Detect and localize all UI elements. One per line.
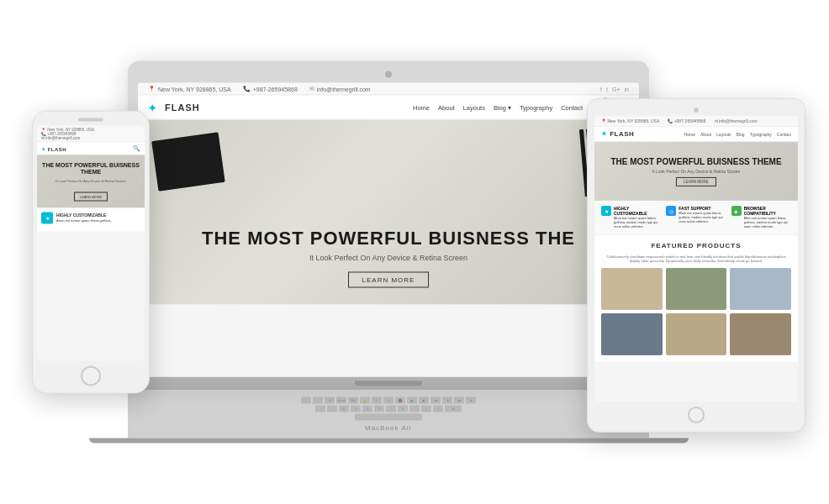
key: ⏮ xyxy=(430,397,441,404)
product-thumb-2[interactable] xyxy=(730,267,791,309)
key xyxy=(301,397,311,404)
nav-typography[interactable]: Typography xyxy=(520,103,552,111)
key: # xyxy=(351,406,361,412)
tablet-nav-about[interactable]: About xyxy=(700,131,711,136)
key: ☀+ xyxy=(383,397,393,404)
topbar-phone: 📞 +987-265945868 xyxy=(243,86,298,92)
tablet-screen: 📍 New York, NY 928865, USA 📞 +987-265945… xyxy=(594,116,798,402)
phone-feature-content: HIGHLY CUSTOMIZABLE Arum est notare quam… xyxy=(56,212,112,222)
tablet-home-button[interactable] xyxy=(688,407,705,423)
social-twitter[interactable]: t xyxy=(606,86,608,92)
hero-content: THE MOST POWERFUL BUISNESS THE It Look P… xyxy=(138,228,639,287)
key: % xyxy=(374,406,384,412)
tablet-products-grid xyxy=(601,267,791,354)
key: ☀- xyxy=(372,397,382,404)
phone-hero-subtitle: It Look Perfect On Any Device & Retina S… xyxy=(41,178,140,182)
tablet-nav-home[interactable]: Home xyxy=(684,131,695,136)
social-facebook[interactable]: f xyxy=(600,86,602,92)
phone-navbar: ✦ FLASH 🔍 xyxy=(37,143,145,155)
key: ! xyxy=(327,406,337,412)
phone-search-icon[interactable]: 🔍 xyxy=(133,145,140,152)
nav-home[interactable]: Home xyxy=(413,103,430,111)
phone-logo[interactable]: ✦ FLASH xyxy=(41,145,66,151)
tablet-navbar: ✦ FLASH Home About Layouts Blog Typograp… xyxy=(594,127,798,142)
phone-hero-cta[interactable]: LEARN MORE xyxy=(74,192,108,201)
key: ⌘ xyxy=(325,397,335,404)
tablet-logo[interactable]: ✦ FLASH xyxy=(601,130,634,138)
tablet-feature-icon-0: ★ xyxy=(601,206,611,216)
tablet-camera xyxy=(694,108,699,113)
key: 🔒 xyxy=(360,397,370,404)
key: 🔇 xyxy=(395,397,405,404)
phone-feature-item: ★ HIGHLY CUSTOMIZABLE Arum est notare qu… xyxy=(41,212,140,223)
hero-cta-button[interactable]: LEARN MORE xyxy=(348,272,430,288)
tablet-hero: THE MOST POWERFUL BUISNESS THEME It Look… xyxy=(594,142,798,201)
tablet-phone: 📞 +987-265945868 xyxy=(668,118,705,123)
social-google-plus[interactable]: G+ xyxy=(612,86,620,92)
spacebar-key xyxy=(355,414,422,421)
key: Mail xyxy=(348,397,358,404)
phone-hero: THE MOST POWERFUL BUISNESS THEME It Look… xyxy=(37,155,145,208)
tablet-address: 📍 New York, NY 928865, USA xyxy=(601,118,659,123)
tablet-feature-browser: ◈ BROWSER COMPATIBILITY Mum est notare q… xyxy=(731,206,791,229)
tablet-feature-support: ◎ FAST SUPPORT Mum est notare quam litte… xyxy=(666,206,726,229)
topbar-address: 📍 New York, NY 928865, USA xyxy=(148,86,231,92)
tablet-nav-layouts[interactable]: Layouts xyxy=(716,131,731,136)
tablet-feature-text-1: FAST SUPPORT Mum est notare quam littera… xyxy=(679,206,726,229)
key: 🔈 xyxy=(407,397,417,404)
tablet-email: ✉ info@themegrill.com xyxy=(715,118,758,123)
laptop-site-hero: THE MOST POWERFUL BUISNESS THE It Look P… xyxy=(138,120,639,305)
tablet-hero-title: THE MOST POWERFUL BUISNESS THEME xyxy=(610,156,781,165)
phone-feature-icon: ★ xyxy=(41,212,53,223)
phone-hero-title: THE MOST POWERFUL BUISNESS THEME xyxy=(41,162,140,176)
key: 🔉 xyxy=(419,397,429,404)
nav-layouts[interactable]: Layouts xyxy=(463,103,485,111)
phone-outer: 📍 New York, NY 928865, USA 📞 +987-265945… xyxy=(32,111,150,394)
key: ( xyxy=(421,406,431,412)
topbar-email: ✉ info@themegrill.com xyxy=(309,86,371,92)
tablet-hero-cta[interactable]: LEARN MORE xyxy=(676,176,716,186)
tablet-outer: 📍 New York, NY 928865, USA 📞 +987-265945… xyxy=(587,98,805,433)
location-icon: 📍 xyxy=(148,86,156,92)
laptop-keyboard: ⌘Internet Mail🔒 ☀-☀+ 🔇🔈 🔉⏮ ⏸⏭ ⏏ ~! @# $%… xyxy=(128,391,649,438)
keyboard-row-1: ⌘Internet Mail🔒 ☀-☀+ 🔇🔈 🔉⏮ ⏸⏭ ⏏ xyxy=(141,397,636,404)
tablet-feature-icon-1: ◎ xyxy=(666,206,676,216)
phone-speaker xyxy=(78,118,103,122)
tablet-nav-links: Home About Layouts Blog Typography Conta… xyxy=(684,131,791,136)
nav-blog[interactable]: Blog ▾ xyxy=(494,103,511,111)
laptop-device: 📍 New York, NY 928865, USA 📞 +987-265945… xyxy=(128,61,649,444)
phone-feature-desc: Arum est notare quam littera gothica, xyxy=(56,218,112,222)
macbook-label: MacBook Air xyxy=(141,423,636,435)
laptop-camera xyxy=(385,71,392,78)
tablet-nav-contact[interactable]: Contact xyxy=(777,131,791,136)
product-thumb-4[interactable] xyxy=(666,312,727,354)
tablet-products-section: FEATURED PRODUCTS Collaboratively coordi… xyxy=(594,234,798,361)
product-thumb-0[interactable] xyxy=(601,267,663,309)
product-thumb-3[interactable] xyxy=(601,312,663,354)
tablet-nav-typography[interactable]: Typography xyxy=(750,131,772,136)
key: ^ xyxy=(386,406,396,412)
tablet-products-title: FEATURED PRODUCTS xyxy=(601,241,791,249)
product-thumb-1[interactable] xyxy=(666,267,727,309)
tablet-logo-icon: ✦ xyxy=(601,130,610,138)
tablet-nav-blog[interactable]: Blog xyxy=(737,131,745,136)
keyboard-row-spacebar xyxy=(141,414,636,421)
phone-topbar: 📍 New York, NY 928865, USA 📞 +987-265945… xyxy=(37,126,145,143)
tablet-hero-subtitle: It Look Perfect On Any Device & Retina S… xyxy=(652,168,741,173)
hero-notebook-decoration xyxy=(151,132,225,192)
hero-title: THE MOST POWERFUL BUISNESS THE xyxy=(155,228,622,248)
scene: 📍 New York, NY 928865, USA 📞 +987-265945… xyxy=(0,0,829,504)
phone-device: 📍 New York, NY 928865, USA 📞 +987-265945… xyxy=(32,111,150,394)
phone-screen: 📍 New York, NY 928865, USA 📞 +987-265945… xyxy=(37,126,145,361)
product-thumb-5[interactable] xyxy=(730,312,791,354)
tablet-feature-text-2: BROWSER COMPATIBILITY Mum est notare qua… xyxy=(744,206,791,229)
nav-about[interactable]: About xyxy=(438,103,455,111)
nav-contact[interactable]: Contact xyxy=(561,103,583,111)
keyboard-row-2: ~! @# $% ^& *( )del xyxy=(141,406,636,412)
social-linkedin[interactable]: in xyxy=(625,86,629,92)
phone-feature-section: ★ HIGHLY CUSTOMIZABLE Arum est notare qu… xyxy=(37,207,145,231)
site-logo[interactable]: FLASH xyxy=(148,102,200,113)
key: ⏏ xyxy=(466,397,476,404)
phone-home-button[interactable] xyxy=(81,366,101,386)
tablet-device: 📍 New York, NY 928865, USA 📞 +987-265945… xyxy=(587,98,805,433)
